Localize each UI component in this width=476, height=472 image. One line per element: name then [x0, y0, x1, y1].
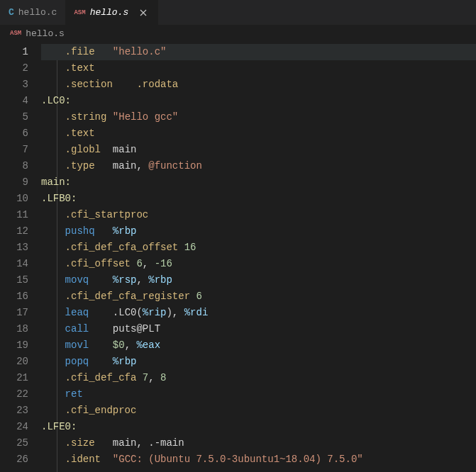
line-number: 3 — [0, 77, 28, 93]
line-number: 17 — [0, 305, 28, 321]
line-number: 25 — [0, 435, 28, 451]
code-line[interactable]: .text — [41, 125, 476, 142]
code-line[interactable]: .text — [41, 60, 476, 77]
tab-hello-s[interactable]: ASMhello.s — [65, 0, 158, 25]
line-number: 13 — [0, 240, 28, 256]
line-number: 2 — [0, 60, 28, 77]
line-number: 1 — [0, 44, 28, 60]
breadcrumb-label: hello.s — [26, 28, 65, 39]
line-number: 4 — [0, 93, 28, 109]
gutter: 1234567891011121314151617181920212223242… — [0, 42, 41, 472]
line-number: 7 — [0, 142, 28, 158]
code-line[interactable]: .cfi_def_cfa_offset 16 — [41, 240, 476, 256]
editor[interactable]: 1234567891011121314151617181920212223242… — [0, 42, 476, 472]
code-line[interactable]: call puts@PLT — [41, 321, 476, 337]
close-icon[interactable] — [137, 6, 150, 19]
line-number: 9 — [0, 174, 28, 191]
code-line[interactable]: .globl main — [41, 142, 476, 158]
line-number: 21 — [0, 370, 28, 386]
line-number: 22 — [0, 386, 28, 403]
code-line[interactable]: .cfi_def_cfa 7, 8 — [41, 370, 476, 386]
line-number: 16 — [0, 288, 28, 305]
line-number: 19 — [0, 337, 28, 354]
line-number: 10 — [0, 191, 28, 207]
line-number: 26 — [0, 451, 28, 468]
tab-label: hello.s — [90, 7, 129, 18]
code-line[interactable]: ret — [41, 386, 476, 403]
line-number: 8 — [0, 158, 28, 174]
line-number: 20 — [0, 354, 28, 370]
code-line[interactable]: .LFB0: — [41, 191, 476, 207]
line-number: 23 — [0, 403, 28, 419]
code-line[interactable]: .file "hello.c" — [41, 44, 476, 60]
code-line[interactable]: .type main, @function — [41, 158, 476, 174]
line-number: 14 — [0, 256, 28, 272]
code-line[interactable]: .LFE0: — [41, 419, 476, 435]
code-line[interactable]: .cfi_endproc — [41, 403, 476, 419]
line-number: 6 — [0, 125, 28, 142]
line-number: 12 — [0, 223, 28, 240]
asm-icon: ASM — [10, 30, 21, 37]
line-number: 18 — [0, 321, 28, 337]
code-line[interactable]: main: — [41, 174, 476, 191]
code-line[interactable]: .cfi_startproc — [41, 207, 476, 223]
code-line[interactable]: movl $0, %eax — [41, 337, 476, 354]
breadcrumb[interactable]: ASM hello.s — [0, 25, 476, 42]
code-line[interactable]: .string "Hello gcc" — [41, 109, 476, 125]
code-line[interactable]: .size main, .-main — [41, 435, 476, 451]
line-number: 15 — [0, 272, 28, 288]
line-number: 11 — [0, 207, 28, 223]
code-line[interactable]: .cfi_def_cfa_register 6 — [41, 288, 476, 305]
code-line[interactable]: popq %rbp — [41, 354, 476, 370]
line-number: 24 — [0, 419, 28, 435]
line-number: 5 — [0, 109, 28, 125]
code-line[interactable]: .section .rodata — [41, 77, 476, 93]
code-line[interactable]: movq %rsp, %rbp — [41, 272, 476, 288]
code-line[interactable]: .ident "GCC: (Ubuntu 7.5.0-3ubuntu1~18.0… — [41, 451, 476, 468]
code-line[interactable]: .cfi_offset 6, -16 — [41, 256, 476, 272]
code-line[interactable]: leaq .LC0(%rip), %rdi — [41, 305, 476, 321]
tab-label: hello.c — [18, 7, 57, 18]
code-line[interactable]: pushq %rbp — [41, 223, 476, 240]
code-area[interactable]: .file "hello.c" .text .section .rodata.L… — [41, 42, 476, 472]
code-line[interactable]: .LC0: — [41, 93, 476, 109]
tab-hello-c[interactable]: Chello.c — [0, 0, 65, 25]
asm-icon: ASM — [74, 9, 85, 16]
tab-bar: Chello.cASMhello.s — [0, 0, 476, 25]
c-icon: C — [9, 7, 14, 18]
